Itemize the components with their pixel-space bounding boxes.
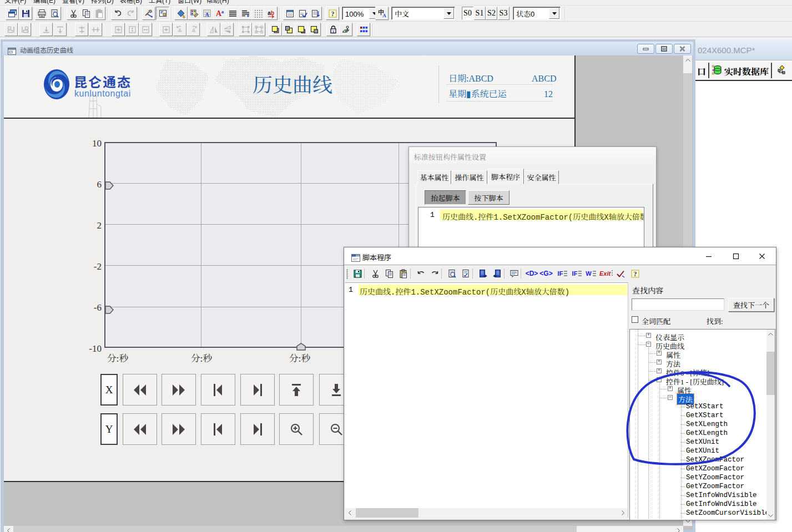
- tree-item[interactable]: SetXZoomFactor: [686, 456, 744, 464]
- editor-hscroll-left-arrow[interactable]: [345, 508, 355, 518]
- char-grid-button[interactable]: A: [200, 7, 214, 20]
- x-rewind-button[interactable]: [123, 374, 157, 406]
- list-lines-button[interactable]: [239, 7, 252, 20]
- print-preview-button[interactable]: [48, 7, 61, 20]
- animation-effect-button[interactable]: [188, 7, 201, 20]
- undo-button[interactable]: [111, 7, 124, 20]
- send-backward-button[interactable]: [307, 23, 321, 36]
- paste-button[interactable]: [396, 267, 410, 280]
- y-zoom-in-button[interactable]: [279, 413, 314, 445]
- copy-button[interactable]: [79, 7, 93, 20]
- cut-button[interactable]: [369, 267, 382, 280]
- y-rewind-button[interactable]: [123, 413, 157, 445]
- close-icon[interactable]: [749, 247, 774, 265]
- tree-expand-icon[interactable]: +: [668, 386, 673, 391]
- attach-button[interactable]: [339, 23, 352, 36]
- tree-row[interactable]: −历史曲线: [630, 340, 766, 349]
- bring-to-front-button[interactable]: [269, 23, 282, 36]
- undo-button[interactable]: [414, 267, 427, 280]
- tree-item[interactable]: SetXStart: [686, 403, 724, 411]
- tree-item[interactable]: SetYZoomFactor: [686, 474, 744, 482]
- menu-2[interactable]: 编辑(E): [33, 0, 56, 4]
- if-else-button[interactable]: IF: [571, 267, 584, 280]
- save-button[interactable]: [19, 7, 32, 20]
- status-select[interactable]: 状态0: [513, 7, 561, 20]
- font-button[interactable]: Aa: [213, 7, 226, 20]
- help-button[interactable]: ?: [628, 267, 642, 280]
- language-dropdown-icon[interactable]: [443, 8, 454, 19]
- y-skip-to-end-button[interactable]: [240, 413, 275, 445]
- comment-button[interactable]: [507, 267, 521, 280]
- close-button[interactable]: [674, 44, 691, 54]
- tree-row[interactable]: GetXUnit: [630, 447, 766, 455]
- copy-button[interactable]: [382, 267, 396, 280]
- print-preview-button[interactable]: [445, 267, 458, 280]
- tree-row[interactable]: −方法: [630, 393, 766, 402]
- doc-hscroll-right-arrow[interactable]: [674, 526, 683, 532]
- tree-expand-icon[interactable]: +: [657, 359, 662, 364]
- tree-item[interactable]: GetXUnit: [686, 447, 719, 455]
- document-titlebar[interactable]: 动画组态历史曲线: [3, 42, 693, 55]
- bring-forward-button[interactable]: [295, 23, 308, 36]
- tree-row[interactable]: +属性: [630, 349, 766, 358]
- tree-item[interactable]: SetInfoWndVisible: [686, 492, 757, 499]
- script-window-titlebar[interactable]: 脚本程序: [344, 247, 776, 265]
- insert-global-button[interactable]: <G>: [539, 267, 553, 280]
- x-forward-button[interactable]: [162, 374, 196, 406]
- tree-row[interactable]: SetXUnit: [630, 438, 766, 447]
- state-s2-button[interactable]: S2: [486, 7, 497, 20]
- whole-word-checkbox[interactable]: [632, 316, 638, 323]
- menu-3[interactable]: 查看(V): [62, 0, 84, 4]
- restore-button[interactable]: [655, 44, 673, 54]
- dialog-release-script-tab[interactable]: 抬起脚本: [425, 190, 466, 205]
- doc-hscroll-left-arrow[interactable]: [4, 526, 13, 532]
- tree-collapse-icon[interactable]: −: [668, 395, 673, 400]
- save-button[interactable]: [351, 267, 364, 280]
- tree-row[interactable]: GetXLength: [630, 429, 766, 438]
- minimize-button[interactable]: [637, 44, 654, 54]
- workbench-tab-realtime-db[interactable]: 实时数据库: [724, 65, 769, 78]
- tree-row[interactable]: +控件0 - [标签]: [630, 367, 766, 376]
- tree-scroll-down-arrow[interactable]: [766, 511, 775, 520]
- redo-button[interactable]: [428, 267, 441, 280]
- y-skip-to-start-button[interactable]: [201, 413, 235, 445]
- tree-item[interactable]: SetXUnit: [686, 438, 719, 446]
- if-then-button[interactable]: IF: [556, 267, 569, 280]
- maximize-button[interactable]: [723, 247, 748, 265]
- y-marker-6[interactable]: [105, 180, 114, 192]
- dot-grid-button[interactable]: [251, 7, 265, 20]
- tree-row[interactable]: +仪表显示: [630, 331, 766, 340]
- toolbox-button[interactable]: [142, 7, 155, 20]
- print-button[interactable]: [35, 7, 48, 20]
- tree-row[interactable]: SetXZoomFactor: [630, 455, 766, 464]
- language-icon-button[interactable]: 中A: [375, 7, 389, 20]
- doc-hscroll-thumb[interactable]: [13, 526, 577, 532]
- h-lines-button[interactable]: [226, 7, 239, 20]
- tree-expand-icon[interactable]: +: [657, 368, 662, 373]
- menu-1[interactable]: 文件(F): [4, 0, 26, 4]
- language-select[interactable]: 中文: [391, 7, 455, 20]
- x-move-top-button[interactable]: [279, 374, 314, 406]
- import-doc-button[interactable]: [490, 267, 503, 280]
- tree-collapse-icon[interactable]: −: [657, 377, 662, 382]
- y-marker-minus6[interactable]: [105, 304, 114, 317]
- find-next-button[interactable]: 查找下一个: [728, 298, 774, 312]
- tree-row[interactable]: GetXZoomFactor: [630, 464, 766, 473]
- tree-row[interactable]: SetInfoWndVisible: [630, 491, 766, 500]
- fill-color-button[interactable]: [174, 7, 188, 20]
- y-forward-button[interactable]: [162, 413, 196, 445]
- tree-row[interactable]: GetXStart: [630, 411, 766, 420]
- tree-item[interactable]: SetZoomCursorVisible: [686, 509, 769, 517]
- dialog-tab-1[interactable]: 基本属性: [417, 170, 451, 184]
- find-input[interactable]: [632, 298, 724, 311]
- export-doc-button[interactable]: [476, 267, 490, 280]
- send-to-back-button[interactable]: [282, 23, 295, 36]
- dialog-tab-3[interactable]: 脚本程序: [487, 169, 524, 184]
- tree-row[interactable]: −控件1 - [历史曲线]: [630, 376, 766, 384]
- tree-row[interactable]: SetXStart: [630, 402, 766, 411]
- tree-row[interactable]: +属性: [630, 384, 766, 393]
- menu-8[interactable]: 帮助(H): [206, 0, 229, 4]
- tree-collapse-icon[interactable]: −: [646, 342, 651, 347]
- tree-expand-icon[interactable]: +: [646, 333, 651, 338]
- x-skip-to-end-button[interactable]: [240, 374, 275, 406]
